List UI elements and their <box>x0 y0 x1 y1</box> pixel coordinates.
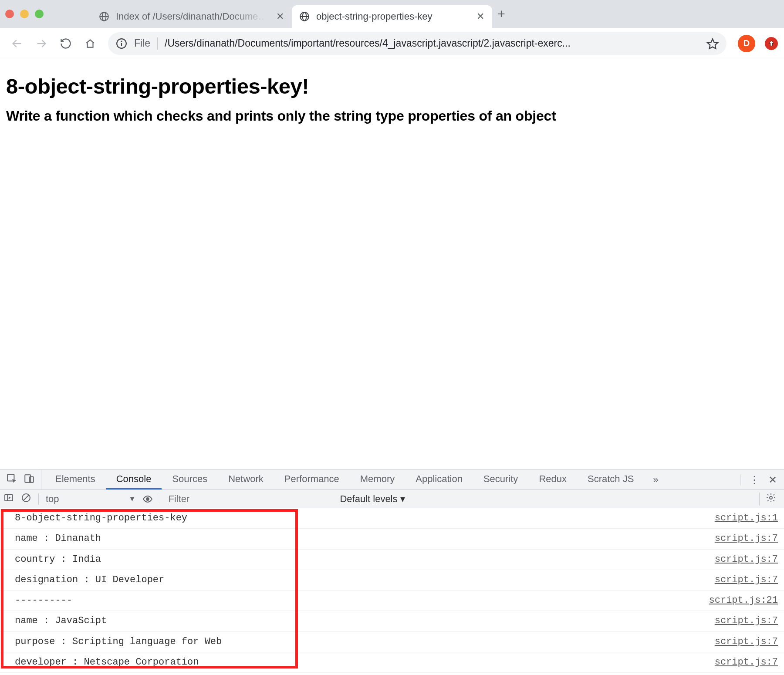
console-settings-icon[interactable] <box>759 493 781 506</box>
separator <box>38 493 39 505</box>
separator <box>740 474 740 486</box>
log-message: 8-object-string-properties-key <box>15 510 715 526</box>
console-log-row: country : Indiascript.js:7 <box>0 550 784 570</box>
svg-line-18 <box>24 495 29 500</box>
close-tab-icon[interactable]: ✕ <box>275 11 285 22</box>
log-source-link[interactable]: script.js:7 <box>715 572 778 588</box>
overflow-icon: » <box>653 474 658 486</box>
devtools-panel: Elements Console Sources Network Perform… <box>0 469 784 675</box>
update-available-icon[interactable] <box>765 37 778 50</box>
tab-label: Scratch JS <box>588 473 634 485</box>
avatar-letter: D <box>743 38 750 48</box>
log-source-link[interactable]: script.js:21 <box>709 593 778 608</box>
console-log-row: ----------script.js:31 <box>0 673 784 675</box>
console-log-row: ----------script.js:21 <box>0 591 784 611</box>
console-log-row: designation : UI Developerscript.js:7 <box>0 570 784 591</box>
log-message: name : Dinanath <box>15 531 715 547</box>
devtools-tab-network[interactable]: Network <box>218 470 274 489</box>
devtools-tab-performance[interactable]: Performance <box>274 470 350 489</box>
devtools-tab-console[interactable]: Console <box>106 470 162 489</box>
devtools-settings-icon[interactable]: ⋮ <box>749 474 760 486</box>
bookmark-star-icon[interactable] <box>706 37 719 50</box>
maximize-window-icon[interactable] <box>35 10 44 18</box>
devtools-tab-memory[interactable]: Memory <box>350 470 405 489</box>
svg-marker-11 <box>707 39 717 48</box>
devtools-tabstrip: Elements Console Sources Network Perform… <box>0 470 784 490</box>
console-log-row: name : JavaSciptscript.js:7 <box>0 611 784 631</box>
console-log-row: name : Dinanathscript.js:7 <box>0 529 784 549</box>
globe-icon <box>98 11 110 22</box>
devtools-tabs-overflow[interactable]: » <box>644 470 667 489</box>
close-window-icon[interactable] <box>5 10 14 18</box>
address-bar[interactable]: File /Users/dinanath/Documents/important… <box>108 32 727 55</box>
devtools-tab-security[interactable]: Security <box>473 470 528 489</box>
devtools-tab-scratchjs[interactable]: Scratch JS <box>577 470 644 489</box>
log-message: country : India <box>15 552 715 567</box>
clear-console-icon[interactable] <box>21 493 31 506</box>
new-tab-button[interactable]: + <box>492 7 510 21</box>
context-selector[interactable]: top ▼ <box>46 493 135 505</box>
url-path: /Users/dinanath/Documents/important/reso… <box>165 37 700 49</box>
console-toolbar: top ▼ Default levels ▾ <box>0 490 784 508</box>
log-message: developer : Netscape Corporation <box>15 655 715 670</box>
minimize-window-icon[interactable] <box>20 10 29 18</box>
context-label: top <box>46 493 59 505</box>
levels-label: Default levels ▾ <box>340 493 405 505</box>
tab-label: Console <box>116 473 152 485</box>
tab-label: Network <box>228 473 264 485</box>
tab-label: Sources <box>172 473 207 485</box>
console-sidebar-toggle-icon[interactable] <box>3 493 14 506</box>
devtools-tab-application[interactable]: Application <box>405 470 473 489</box>
profile-avatar[interactable]: D <box>738 35 755 52</box>
devtools-close-icon[interactable]: ✕ <box>768 474 777 486</box>
svg-point-10 <box>121 41 122 41</box>
console-log-row: 8-object-string-properties-keyscript.js:… <box>0 508 784 529</box>
log-source-link[interactable]: script.js:7 <box>715 655 778 670</box>
devtools-tab-redux[interactable]: Redux <box>528 470 577 489</box>
url-scheme: File <box>134 37 150 49</box>
console-output: 8-object-string-properties-keyscript.js:… <box>0 508 784 675</box>
window-controls <box>5 10 44 18</box>
log-source-link[interactable]: script.js:7 <box>715 634 778 650</box>
back-button[interactable] <box>6 33 28 54</box>
tab-label: Memory <box>360 473 395 485</box>
log-source-link[interactable]: script.js:1 <box>715 510 778 526</box>
browser-tab-active[interactable]: object-string-properties-key ✕ <box>292 5 492 28</box>
page-title: 8-object-string-properties-key! <box>6 74 778 98</box>
log-source-link[interactable]: script.js:7 <box>715 613 778 629</box>
browser-tab-inactive[interactable]: Index of /Users/dinanath/Documents ✕ <box>91 5 292 28</box>
page-content: 8-object-string-properties-key! Write a … <box>0 59 784 136</box>
separator <box>157 37 158 50</box>
log-message: name : JavaScipt <box>15 613 715 629</box>
log-message: designation : UI Developer <box>15 572 715 588</box>
log-source-link[interactable]: script.js:7 <box>715 552 778 567</box>
tab-title: object-string-properties-key <box>316 11 470 22</box>
page-subtitle: Write a function which checks and prints… <box>6 108 778 124</box>
tab-label: Redux <box>539 473 567 485</box>
browser-toolbar: File /Users/dinanath/Documents/important… <box>0 28 784 59</box>
svg-point-20 <box>770 496 772 499</box>
console-log-row: purpose : Scripting language for Webscri… <box>0 632 784 652</box>
home-button[interactable] <box>79 33 101 54</box>
log-level-selector[interactable]: Default levels ▾ <box>340 493 405 505</box>
inspect-element-icon[interactable] <box>6 473 17 487</box>
device-toolbar-icon[interactable] <box>24 473 35 487</box>
tab-title: Index of /Users/dinanath/Documents <box>116 11 269 22</box>
tab-label: Application <box>416 473 463 485</box>
reload-button[interactable] <box>55 33 77 54</box>
log-message: ---------- <box>15 593 709 608</box>
log-message: purpose : Scripting language for Web <box>15 634 715 650</box>
separator <box>160 493 160 505</box>
forward-button[interactable] <box>30 33 52 54</box>
devtools-tab-sources[interactable]: Sources <box>162 470 218 489</box>
tab-label: Elements <box>55 473 95 485</box>
tab-label: Security <box>483 473 518 485</box>
close-tab-icon[interactable]: ✕ <box>476 11 485 22</box>
live-expression-icon[interactable] <box>142 494 153 504</box>
console-filter-input[interactable] <box>167 493 333 505</box>
devtools-tab-elements[interactable]: Elements <box>45 470 106 489</box>
site-info-icon[interactable] <box>116 38 127 49</box>
log-source-link[interactable]: script.js:7 <box>715 531 778 547</box>
tab-label: Performance <box>284 473 339 485</box>
svg-point-19 <box>146 498 149 500</box>
